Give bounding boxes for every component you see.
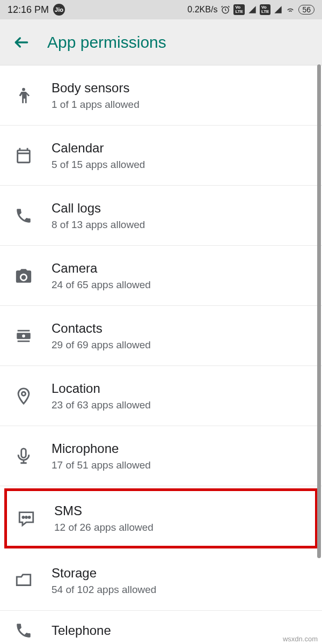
svg-point-6	[26, 516, 27, 518]
permission-item-body-sensors[interactable]: Body sensors 1 of 1 apps allowed	[0, 65, 322, 126]
data-speed: 0.2KB/s	[187, 5, 217, 14]
status-bar: 12:16 PM Jio 0.2KB/s VoLTE VoLTE 56	[0, 0, 322, 19]
permission-title: Body sensors	[52, 80, 140, 96]
permission-title: Telephone	[52, 623, 111, 638]
alarm-icon	[221, 5, 230, 14]
permission-item-microphone[interactable]: Microphone 17 of 51 apps allowed	[0, 426, 322, 486]
permission-title: Call logs	[52, 201, 145, 216]
scrollbar-thumb[interactable]	[317, 64, 321, 558]
permission-item-sms[interactable]: SMS 12 of 26 apps allowed	[4, 488, 318, 548]
battery-indicator: 56	[298, 5, 314, 14]
watermark: wsxdn.com	[283, 635, 318, 643]
permissions-list: Body sensors 1 of 1 apps allowed Calenda…	[0, 65, 322, 644]
permission-sub: 17 of 51 apps allowed	[52, 459, 151, 471]
svg-point-5	[23, 516, 24, 518]
permission-item-call-logs[interactable]: Call logs 8 of 13 apps allowed	[0, 186, 322, 246]
volte-badge-2: VoLTE	[260, 4, 271, 15]
back-arrow-icon[interactable]	[13, 34, 30, 51]
permission-sub: 29 of 69 apps allowed	[52, 339, 151, 351]
svg-point-2	[22, 87, 25, 91]
permission-title: Location	[52, 381, 151, 396]
permission-item-calendar[interactable]: Calendar 5 of 15 apps allowed	[0, 126, 322, 186]
permission-title: Camera	[52, 261, 151, 276]
svg-point-7	[28, 516, 30, 518]
permission-item-location[interactable]: Location 23 of 63 apps allowed	[0, 366, 322, 426]
permission-sub: 54 of 102 apps allowed	[52, 584, 156, 596]
scrollbar[interactable]	[317, 64, 322, 601]
wifi-icon	[286, 5, 295, 14]
sms-icon	[13, 509, 39, 528]
status-left: 12:16 PM Jio	[8, 4, 65, 16]
call-logs-icon	[11, 207, 36, 225]
volte-badge-1: VoLTE	[233, 4, 245, 15]
permission-title: Contacts	[52, 321, 151, 336]
body-sensors-icon	[11, 86, 36, 105]
permission-item-camera[interactable]: Camera 24 of 65 apps allowed	[0, 246, 322, 306]
permission-title: SMS	[54, 503, 153, 518]
calendar-icon	[11, 147, 36, 165]
contacts-icon	[11, 327, 36, 345]
permission-item-contacts[interactable]: Contacts 29 of 69 apps allowed	[0, 306, 322, 366]
permission-item-storage[interactable]: Storage 54 of 102 apps allowed	[0, 551, 322, 611]
signal-icon-1	[248, 5, 257, 14]
location-icon	[11, 387, 36, 405]
permission-sub: 12 of 26 apps allowed	[54, 522, 153, 533]
page-title: App permissions	[47, 33, 166, 52]
status-time: 12:16 PM	[8, 4, 49, 16]
microphone-icon	[11, 447, 36, 465]
permission-sub: 5 of 15 apps allowed	[52, 159, 145, 171]
permission-item-telephone[interactable]: Telephone	[0, 611, 322, 644]
permission-sub: 24 of 65 apps allowed	[52, 279, 151, 291]
telephone-icon	[11, 621, 36, 640]
header: App permissions	[0, 19, 322, 65]
permission-sub: 1 of 1 apps allowed	[52, 99, 140, 111]
svg-point-3	[21, 392, 25, 396]
permission-title: Microphone	[52, 441, 151, 456]
storage-icon	[11, 572, 36, 590]
permission-title: Calendar	[52, 141, 145, 156]
status-right: 0.2KB/s VoLTE VoLTE 56	[187, 4, 314, 15]
permission-title: Storage	[52, 566, 156, 581]
signal-icon-2	[274, 5, 282, 14]
camera-icon	[11, 267, 36, 285]
permission-sub: 8 of 13 apps allowed	[52, 219, 145, 231]
permission-sub: 23 of 63 apps allowed	[52, 399, 151, 411]
svg-rect-4	[21, 448, 26, 457]
carrier-badge: Jio	[53, 4, 65, 16]
